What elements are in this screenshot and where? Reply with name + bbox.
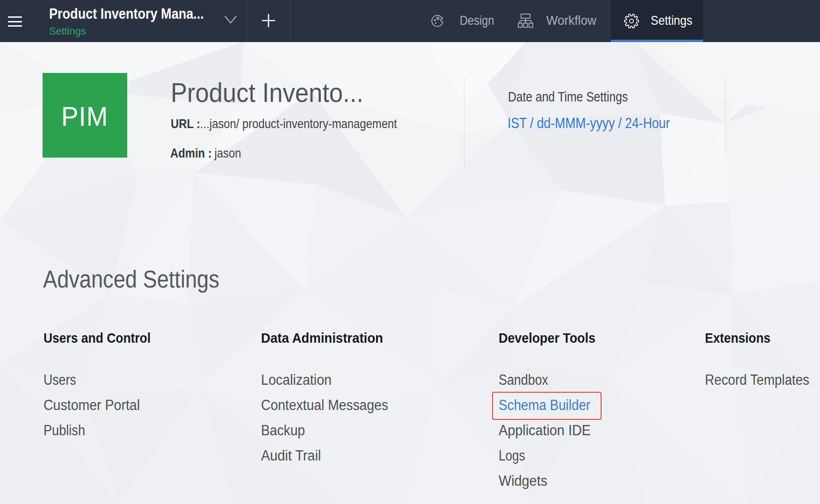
list-item: Publish [44, 418, 148, 443]
gear-icon [624, 13, 639, 29]
tab-settings[interactable]: Settings [611, 0, 703, 42]
settings-page: PIM Product Invento... URL :...jason/ pr… [0, 42, 820, 504]
list-item: Logs [499, 443, 601, 468]
link-customer-portal[interactable]: Customer Portal [44, 397, 140, 414]
tab-settings-label: Settings [651, 13, 692, 28]
link-contextual-messages[interactable]: Contextual Messages [261, 397, 388, 414]
list-item: Contextual Messages [261, 393, 400, 418]
section-developer-tools: Developer Tools Sandbox Schema Builder A… [499, 330, 607, 346]
vertical-divider [464, 77, 464, 168]
url-label: URL : [171, 116, 200, 131]
list-item: Localization [261, 367, 400, 393]
plus-icon [261, 14, 276, 28]
link-users[interactable]: Users [44, 372, 76, 389]
section-extensions: Extensions Record Templates [705, 330, 780, 346]
datetime-settings-link[interactable]: IST / dd-MMM-yyyy / 24-Hour [508, 115, 670, 132]
app-logo: PIM [43, 73, 127, 158]
app-admin-row: Admin :jason [170, 146, 241, 160]
header-divider [290, 0, 290, 42]
tab-workflow[interactable]: Workflow [508, 0, 602, 42]
tab-workflow-label: Workflow [546, 13, 596, 28]
link-publish[interactable]: Publish [44, 423, 85, 439]
app-url-row: URL :...jason/ product-inventory-managem… [171, 116, 397, 131]
admin-value: jason [215, 146, 241, 160]
section-title: Data Administration [261, 330, 383, 346]
list-item: Application IDE [499, 418, 601, 443]
list-item: Record Templates [705, 367, 820, 393]
section-data-administration: Data Administration Localization Context… [261, 330, 394, 346]
list-item: Schema Builder [499, 393, 601, 418]
advanced-settings-heading: Advanced Settings [43, 266, 219, 293]
app-name: Product Invento... [171, 78, 363, 108]
section-title: Users and Control [44, 330, 151, 346]
link-schema-builder[interactable]: Schema Builder [499, 397, 590, 414]
chevron-down-icon [225, 15, 237, 24]
link-audit-trail[interactable]: Audit Trail [261, 448, 321, 464]
list-item: Backup [261, 418, 400, 443]
link-logs[interactable]: Logs [499, 448, 525, 464]
datetime-heading: Date and Time Settings [508, 89, 628, 104]
link-widgets[interactable]: Widgets [499, 473, 547, 490]
tab-design-label: Design [460, 13, 494, 28]
admin-label: Admin : [170, 146, 212, 160]
section-links: Record Templates [705, 367, 820, 393]
active-tab-underline [611, 40, 703, 42]
link-localization[interactable]: Localization [261, 372, 332, 389]
list-item: Sandbox [499, 367, 601, 393]
app-title: Product Inventory Mana... [49, 6, 204, 22]
top-bar: Product Inventory Mana... Settings Desig… [0, 0, 820, 42]
section-links: Users Customer Portal Publish [44, 367, 148, 443]
app-logo-text: PIM [61, 102, 108, 132]
url-value: ...jason/ product-inventory-management [200, 116, 397, 131]
list-item: Widgets [499, 468, 601, 494]
app-switcher[interactable]: Product Inventory Mana... Settings [0, 0, 247, 42]
section-links: Localization Contextual Messages Backup … [261, 367, 400, 468]
app-subtitle: Settings [49, 25, 86, 37]
link-application-ide[interactable]: Application IDE [499, 423, 591, 439]
link-backup[interactable]: Backup [261, 423, 305, 439]
list-item: Audit Trail [261, 443, 400, 468]
tab-design[interactable]: Design [421, 0, 501, 42]
list-item: Users [44, 367, 148, 393]
list-item: Customer Portal [44, 393, 148, 418]
section-users-and-control: Users and Control Users Customer Portal … [44, 330, 165, 346]
workflow-icon [518, 14, 534, 28]
palette-icon [430, 14, 445, 28]
link-record-templates[interactable]: Record Templates [705, 372, 809, 389]
section-links: Sandbox Schema Builder Application IDE L… [499, 367, 601, 494]
vertical-divider [725, 77, 726, 155]
section-title: Developer Tools [499, 330, 595, 346]
link-sandbox[interactable]: Sandbox [499, 372, 548, 389]
section-title: Extensions [705, 330, 770, 346]
add-application-button[interactable] [247, 0, 290, 42]
